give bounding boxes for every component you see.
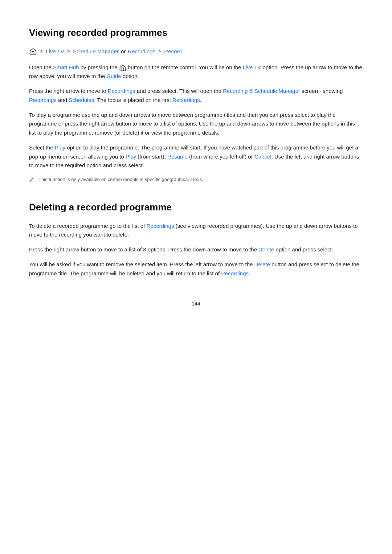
para7: You will be asked if you want to remove … [29, 260, 363, 278]
home-button-icon [119, 64, 126, 71]
para3: To play a programme use the up and down … [29, 111, 363, 138]
link-delete-p7[interactable]: Delete [254, 261, 270, 267]
link-smart-hub[interactable]: Smart Hub [53, 64, 79, 70]
breadcrumb-or-text: or [121, 47, 126, 56]
pencil-icon [29, 177, 35, 185]
para2: Press the right arrow to move to Recordi… [29, 87, 363, 105]
breadcrumb-live-tv[interactable]: Live TV [46, 47, 64, 56]
para1: Open the Smart Hub by pressing the butto… [29, 63, 363, 81]
link-play2[interactable]: Play [126, 153, 136, 160]
link-play1[interactable]: Play [55, 144, 65, 151]
breadcrumb: > Live TV > Schedule Manager or Recordin… [29, 47, 363, 56]
para4-mid2: (from start), [136, 153, 167, 160]
breadcrumb-record[interactable]: Record [164, 47, 181, 56]
link-resume[interactable]: Resume [167, 153, 188, 160]
link-schedules[interactable]: Schedules [69, 97, 94, 103]
link-delete-p6[interactable]: Delete [258, 246, 274, 253]
breadcrumb-recordings[interactable]: Recordings [128, 47, 155, 56]
section2-title: Deleting a recorded programme [29, 200, 363, 215]
breadcrumb-schedule-manager[interactable]: Schedule Manager [73, 47, 119, 56]
link-recording-schedule-manager[interactable]: Recording & Schedule Manager [223, 88, 300, 94]
para4-prefix: Select the [29, 144, 55, 151]
link-recordings-p2b[interactable]: Recordings [29, 97, 57, 103]
link-guide[interactable]: Guide [106, 73, 121, 79]
chevron2-icon: > [67, 47, 70, 55]
link-live-tv-p1[interactable]: Live TV [243, 64, 261, 70]
chevron1-icon: > [40, 47, 43, 55]
page-number: - 144 - [29, 300, 363, 308]
para4: Select the Play option to play the progr… [29, 143, 363, 170]
para7-prefix: You will be asked if you want to remove … [29, 261, 254, 267]
link-cancel[interactable]: Cancel [254, 153, 271, 160]
link-recordings-p2a[interactable]: Recordings [108, 88, 135, 94]
section1-title: Viewing recorded programmes [29, 25, 363, 41]
chevron3-icon: > [158, 47, 161, 55]
home-icon [29, 48, 37, 56]
link-recordings-p5[interactable]: Recordings [147, 223, 174, 229]
para4-mid3: (from where you left off) or [188, 153, 254, 160]
note-row: This function is only available on certa… [29, 176, 363, 185]
link-recordings-p7[interactable]: Recordings [221, 270, 249, 276]
para6: Press the right arrow button to move to … [29, 245, 363, 254]
para5: To delete a recorded programme go to the… [29, 222, 363, 240]
note-text: This function is only available on certa… [38, 176, 203, 183]
para5-prefix: To delete a recorded programme go to the… [29, 223, 147, 229]
link-recordings-p2c[interactable]: Recordings [172, 97, 200, 103]
